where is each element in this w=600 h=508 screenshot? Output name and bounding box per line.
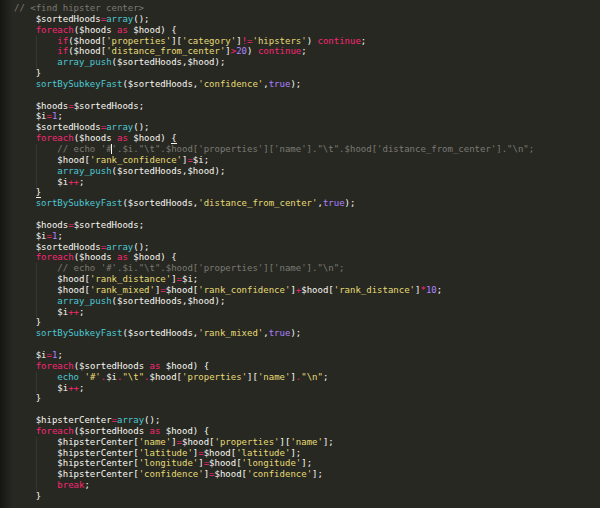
indent-guide bbox=[36, 263, 37, 274]
code-token: 'confidence' bbox=[247, 469, 312, 479]
indent-guide bbox=[36, 480, 37, 491]
code-token: $sortedHoods bbox=[14, 14, 101, 24]
code-line[interactable]: } bbox=[14, 68, 600, 79]
code-comment: // echo '#'.$i."\t".$hood['properties'][… bbox=[57, 263, 344, 273]
code-token: ($sortedHoods, bbox=[122, 79, 198, 89]
code-line[interactable]: $i++; bbox=[14, 177, 600, 188]
code-line[interactable]: // <find hipster center> bbox=[14, 3, 600, 14]
code-token: ($sortedHoods, bbox=[122, 328, 198, 338]
code-line[interactable]: if($hood['distance_from_center']>20) con… bbox=[14, 46, 600, 57]
code-line[interactable]: sortBySubkeyFast($sortedHoods,'rank_mixe… bbox=[14, 328, 600, 339]
code-token: $hood[ bbox=[209, 458, 242, 468]
code-token: $hipsterCenter[ bbox=[14, 437, 139, 447]
code-token: ) bbox=[247, 46, 258, 56]
code-line[interactable]: } bbox=[14, 491, 600, 502]
code-line[interactable]: $sortedHoods=array(); bbox=[14, 122, 600, 133]
code-token: $i bbox=[14, 177, 68, 187]
code-line[interactable] bbox=[14, 209, 600, 220]
code-line[interactable]: $hoods=$sortedHoods; bbox=[14, 101, 600, 112]
code-token: } bbox=[36, 187, 41, 198]
code-line[interactable]: break; bbox=[14, 480, 600, 491]
code-line[interactable]: $hipsterCenter=array(); bbox=[14, 415, 600, 426]
code-token: sortBySubkeyFast bbox=[36, 79, 123, 89]
code-line[interactable]: array_push($sortedHoods,$hood); bbox=[14, 57, 600, 68]
code-line[interactable]: $i=1; bbox=[14, 111, 600, 122]
code-token: sortBySubkeyFast bbox=[36, 328, 123, 338]
indent-guide bbox=[36, 469, 37, 480]
code-token: ][ bbox=[171, 36, 182, 46]
code-token: $hood[ bbox=[150, 372, 183, 382]
code-token: 'name' bbox=[258, 372, 291, 382]
code-token: ($sortedHoods, bbox=[122, 198, 198, 208]
code-token: 'longitude' bbox=[139, 458, 199, 468]
code-line[interactable]: echo '#'.$i."\t".$hood['properties']['na… bbox=[14, 372, 600, 383]
code-token: continue bbox=[258, 46, 301, 56]
code-token: ; bbox=[79, 177, 84, 187]
code-token: ; bbox=[301, 46, 306, 56]
code-line[interactable]: // echo '#'.$i."\t".$hood['properties'][… bbox=[14, 144, 600, 155]
code-token: $hoods bbox=[14, 220, 68, 230]
code-token: 'hipsters' bbox=[252, 36, 306, 46]
code-line[interactable]: sortBySubkeyFast($sortedHoods,'distance_… bbox=[14, 198, 600, 209]
code-line[interactable]: // echo '#'.$i."\t".$hood['properties'][… bbox=[14, 263, 600, 274]
code-line[interactable] bbox=[14, 90, 600, 101]
code-line[interactable]: $hipsterCenter['latitude']=$hood['latitu… bbox=[14, 448, 600, 459]
code-line[interactable]: $hipsterCenter['name']=$hood['properties… bbox=[14, 437, 600, 448]
code-line[interactable]: $i++; bbox=[14, 383, 600, 394]
code-line[interactable]: foreach($hoods as $hood) { bbox=[14, 133, 600, 144]
code-line[interactable]: $i=1; bbox=[14, 350, 600, 361]
code-editor[interactable]: // <find hipster center> $sortedHoods=ar… bbox=[0, 0, 600, 508]
code-token: 'properties' bbox=[106, 36, 171, 46]
code-line[interactable]: foreach($hoods as $hood) { bbox=[14, 252, 600, 263]
code-line[interactable]: $i=1; bbox=[14, 231, 600, 242]
code-token: as bbox=[117, 133, 128, 143]
indent-guide bbox=[36, 46, 37, 57]
indent-guide bbox=[36, 177, 37, 188]
code-token: $sortedHoods; bbox=[74, 220, 144, 230]
code-token: 'rank_mixed' bbox=[90, 285, 155, 295]
code-line[interactable] bbox=[14, 404, 600, 415]
code-token bbox=[14, 133, 36, 143]
code-line[interactable]: foreach($sortedHoods as $hood) { bbox=[14, 361, 600, 372]
code-token: ($hood[ bbox=[68, 46, 106, 56]
code-line[interactable]: array_push($sortedHoods,$hood); bbox=[14, 296, 600, 307]
code-line[interactable]: $hood['rank_distance']=$i; bbox=[14, 274, 600, 285]
code-token: 'rank_distance' bbox=[334, 285, 415, 295]
code-line[interactable]: $hood['rank_confidence']=$i; bbox=[14, 155, 600, 166]
code-token: $hood[ bbox=[215, 469, 248, 479]
code-line[interactable]: foreach($sortedHoods as $hood) { bbox=[14, 426, 600, 437]
code-token: array bbox=[106, 242, 133, 252]
code-token: (); bbox=[144, 415, 160, 425]
indent-guide bbox=[36, 437, 37, 448]
code-line[interactable]: $sortedHoods=array(); bbox=[14, 242, 600, 253]
code-line[interactable]: $hipsterCenter['longitude']=$hood['longi… bbox=[14, 458, 600, 469]
code-token bbox=[14, 361, 36, 371]
code-token: $i bbox=[106, 372, 117, 382]
code-line[interactable]: } bbox=[14, 187, 600, 198]
code-line[interactable]: $hood['rank_mixed']=$hood['rank_confiden… bbox=[14, 285, 600, 296]
code-line[interactable]: $hipsterCenter['confidence']=$hood['conf… bbox=[14, 469, 600, 480]
code-line[interactable]: } bbox=[14, 393, 600, 404]
code-token: $hood[ bbox=[166, 285, 199, 295]
code-token: if bbox=[57, 36, 68, 46]
code-token: break bbox=[57, 480, 84, 490]
code-token: $hood) { bbox=[128, 25, 177, 35]
code-token: sortBySubkeyFast bbox=[36, 198, 123, 208]
code-line[interactable]: $hoods=$sortedHoods; bbox=[14, 220, 600, 231]
indent-guide bbox=[36, 274, 37, 285]
code-line[interactable]: array_push($sortedHoods,$hood); bbox=[14, 166, 600, 177]
code-token: 'rank_mixed' bbox=[198, 328, 263, 338]
code-line[interactable]: if($hood['properties']['category']!='hip… bbox=[14, 36, 600, 47]
code-line[interactable]: $i++; bbox=[14, 307, 600, 318]
code-token bbox=[14, 252, 36, 262]
code-line[interactable]: } bbox=[14, 317, 600, 328]
code-token: $i bbox=[14, 383, 68, 393]
code-line[interactable] bbox=[14, 339, 600, 350]
code-line[interactable]: $sortedHoods=array(); bbox=[14, 14, 600, 25]
code-line[interactable]: sortBySubkeyFast($sortedHoods,'confidenc… bbox=[14, 79, 600, 90]
code-token: 'category' bbox=[182, 36, 236, 46]
code-token: foreach bbox=[36, 25, 74, 35]
code-token: } bbox=[14, 317, 41, 327]
code-token: array bbox=[117, 415, 144, 425]
code-line[interactable]: foreach($hoods as $hood) { bbox=[14, 25, 600, 36]
